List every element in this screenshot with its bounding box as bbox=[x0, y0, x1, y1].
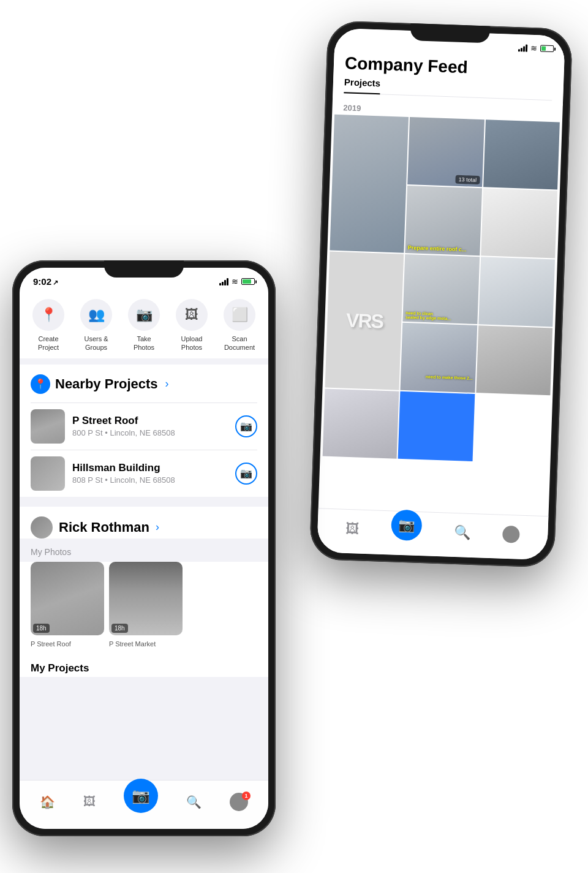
upload-photos-icon: 🖼 bbox=[176, 299, 208, 331]
graffiti-overlay: VRS bbox=[325, 252, 404, 390]
project2-camera-btn[interactable]: 📷 bbox=[235, 463, 257, 485]
project-row-2[interactable]: Hillsman Building 808 P St • Lincoln, NE… bbox=[31, 450, 257, 497]
photo1-caption: P Street Roof bbox=[31, 640, 104, 648]
phone1-tab-bar: 🏠 🖼 📷 🔍 1 bbox=[20, 780, 268, 829]
project1-thumb bbox=[31, 409, 65, 444]
photo-mosaic: 13 total Prepare entire roof c... VRS ne… bbox=[320, 115, 562, 464]
phone1-status-icons: ≋ bbox=[219, 277, 255, 286]
users-groups-icon: 👥 bbox=[80, 299, 112, 331]
phone1-time: 9:02↗ bbox=[33, 276, 58, 287]
mosaic-cell-6[interactable]: need to cleansealed by edge meta... bbox=[403, 254, 480, 324]
phone2-battery bbox=[540, 45, 554, 52]
profile-badge: 1 bbox=[242, 792, 251, 800]
quick-actions-bar: 📍 CreateProject 👥 Users &Groups 📷 TakePh… bbox=[20, 290, 268, 358]
tab2-camera[interactable]: 📷 bbox=[391, 509, 423, 541]
profile-avatar: 1 bbox=[230, 793, 248, 811]
project2-thumb bbox=[31, 456, 65, 491]
caption-2: need to cleansealed by edge meta... bbox=[405, 311, 451, 321]
scan-document-icon: ⬜ bbox=[224, 299, 255, 331]
divider-1 bbox=[20, 360, 268, 365]
caption-3: need to make those 2... bbox=[426, 374, 473, 380]
mosaic-cell-graffiti[interactable]: VRS bbox=[325, 252, 404, 390]
total-badge: 13 total bbox=[455, 175, 480, 184]
qa-scan-document[interactable]: ⬜ ScanDocument bbox=[217, 299, 262, 352]
phone1-signal bbox=[219, 278, 228, 285]
qa-create-project[interactable]: 📍 CreateProject bbox=[26, 299, 70, 352]
photo1-badge: 18h bbox=[33, 624, 50, 633]
tab-projects[interactable]: Projects bbox=[344, 77, 380, 94]
phone2-wifi-icon: ≋ bbox=[530, 43, 538, 53]
mosaic-cell-2[interactable]: 13 total bbox=[408, 117, 484, 187]
user-header[interactable]: Rick Rothman › bbox=[31, 516, 257, 539]
tab-search[interactable]: 🔍 bbox=[186, 795, 202, 809]
phone1-notch bbox=[104, 260, 184, 278]
nearby-title: Nearby Projects bbox=[55, 376, 158, 392]
phone2-screen: ≋ Company Feed Projects 2019 13 total bbox=[317, 28, 565, 561]
qa-create-label: CreateProject bbox=[38, 334, 59, 352]
mosaic-cell-3[interactable] bbox=[483, 119, 560, 189]
project-row-1[interactable]: P Street Roof 800 P St • Lincoln, NE 685… bbox=[31, 402, 257, 450]
caption-1: Prepare entire roof c... bbox=[408, 244, 467, 252]
tab-gallery[interactable]: 🖼 bbox=[83, 795, 96, 809]
phone1-wifi-icon: ≋ bbox=[232, 277, 238, 286]
mosaic-cell-5[interactable] bbox=[481, 188, 557, 258]
photo2-caption: P Street Market bbox=[109, 640, 183, 648]
user-chevron-icon: › bbox=[156, 521, 159, 534]
divider-2 bbox=[20, 497, 268, 502]
tab2-profile[interactable] bbox=[502, 525, 520, 543]
nearby-section: 📍 Nearby Projects › P Street Roof 800 P … bbox=[20, 365, 268, 497]
phone1-battery bbox=[241, 278, 255, 285]
mosaic-cell-8[interactable]: need to make those 2... bbox=[401, 323, 477, 393]
mosaic-cell-9[interactable] bbox=[476, 325, 552, 395]
mosaic-cell-1[interactable] bbox=[330, 115, 409, 253]
photos-grid: 18h P Street Roof 18h P Street Market bbox=[20, 562, 268, 655]
nearby-location-icon: 📍 bbox=[31, 374, 50, 394]
project2-info: Hillsman Building 808 P St • Lincoln, NE… bbox=[72, 462, 228, 485]
user-avatar bbox=[31, 516, 53, 539]
project1-camera-btn[interactable]: 📷 bbox=[235, 415, 257, 437]
create-project-icon: 📍 bbox=[32, 299, 64, 331]
tab2-gallery[interactable]: 🖼 bbox=[345, 520, 360, 537]
photo-card-1[interactable]: 18h bbox=[31, 562, 104, 635]
project2-address: 808 P St • Lincoln, NE 68508 bbox=[72, 475, 228, 485]
tab-home[interactable]: 🏠 bbox=[40, 795, 55, 809]
nearby-header[interactable]: 📍 Nearby Projects › bbox=[31, 374, 257, 394]
mosaic-cell-7[interactable] bbox=[478, 257, 555, 327]
project1-name: P Street Roof bbox=[72, 415, 228, 427]
phone2-notch bbox=[410, 23, 490, 43]
tab-profile[interactable]: 1 bbox=[230, 793, 248, 811]
phone2: ≋ Company Feed Projects 2019 13 total bbox=[309, 20, 573, 567]
photo2-badge: 18h bbox=[111, 624, 128, 633]
mosaic-cell-10[interactable] bbox=[323, 388, 399, 458]
photo-card-2[interactable]: 18h bbox=[109, 562, 183, 635]
qa-scan-label: ScanDocument bbox=[224, 334, 255, 352]
qa-users-groups[interactable]: 👥 Users &Groups bbox=[74, 299, 118, 352]
project1-address: 800 P St • Lincoln, NE 68508 bbox=[72, 428, 228, 437]
project1-info: P Street Roof 800 P St • Lincoln, NE 685… bbox=[72, 415, 228, 437]
qa-take-photos[interactable]: 📷 TakePhotos bbox=[122, 299, 166, 352]
qa-users-label: Users &Groups bbox=[84, 334, 108, 352]
tab2-search[interactable]: 🔍 bbox=[454, 524, 471, 540]
project2-name: Hillsman Building bbox=[72, 462, 228, 474]
scene: ≋ Company Feed Projects 2019 13 total bbox=[0, 0, 588, 873]
qa-take-label: TakePhotos bbox=[134, 334, 154, 352]
phone2-signal bbox=[518, 44, 527, 52]
qa-upload-label: UploadPhotos bbox=[181, 334, 203, 352]
nearby-chevron-icon: › bbox=[165, 377, 169, 390]
feed-header: Company Feed Projects bbox=[333, 50, 565, 106]
user-name: Rick Rothman bbox=[59, 520, 149, 535]
user-section: Rick Rothman › bbox=[20, 507, 268, 539]
mosaic-cell-blue[interactable] bbox=[398, 391, 475, 461]
phone1: 9:02↗ ≋ 📍 CreateProject bbox=[12, 260, 276, 836]
mosaic-cell-4[interactable]: Prepare entire roof c... bbox=[405, 186, 482, 255]
phone1-screen: 9:02↗ ≋ 📍 CreateProject bbox=[20, 268, 268, 829]
my-projects-label: My Projects bbox=[20, 655, 268, 677]
take-photos-icon: 📷 bbox=[128, 299, 160, 331]
qa-upload-photos[interactable]: 🖼 UploadPhotos bbox=[170, 299, 214, 352]
my-photos-label: My Photos bbox=[20, 547, 268, 557]
tab-camera[interactable]: 📷 bbox=[124, 779, 158, 813]
phone2-tab-bar: 🖼 📷 🔍 bbox=[317, 508, 548, 560]
